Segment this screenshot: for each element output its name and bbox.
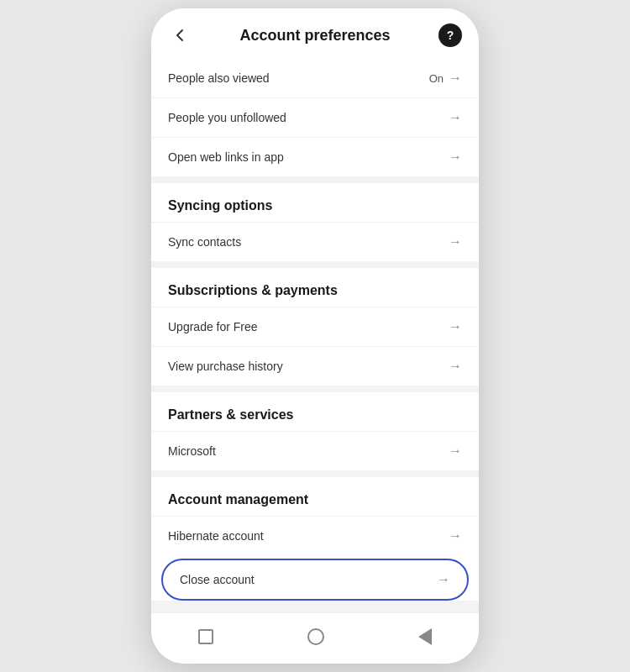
section-account-management: Account management Hibernate account → C…	[151, 477, 479, 601]
upgrade-free-label: Upgrade for Free	[168, 320, 258, 333]
hibernate-account-right: →	[449, 528, 462, 543]
phone-frame: Account preferences ? People also viewed…	[151, 8, 479, 664]
sync-contacts-right: →	[449, 234, 462, 249]
partners-services-header: Partners & services	[151, 392, 479, 431]
close-account-arrow: →	[437, 572, 450, 587]
scroll-content: People also viewed On → People you unfol…	[151, 59, 479, 612]
close-account-label: Close account	[180, 573, 255, 586]
header: Account preferences ?	[151, 8, 479, 59]
purchase-history-label: View purchase history	[168, 360, 283, 373]
open-web-links-arrow: →	[449, 150, 462, 165]
microsoft-arrow: →	[449, 444, 462, 459]
bottom-nav	[151, 612, 479, 664]
help-button[interactable]: ?	[438, 24, 462, 47]
close-account-right: →	[437, 572, 450, 587]
open-web-links-label: Open web links in app	[168, 150, 284, 164]
open-web-links-right: →	[449, 150, 462, 165]
section-syncing-options: Syncing options Sync contacts →	[151, 183, 479, 261]
people-also-viewed-right: On →	[429, 71, 462, 86]
hibernate-account-label: Hibernate account	[168, 529, 264, 543]
section-account-prefs: People also viewed On → People you unfol…	[151, 59, 479, 176]
subscriptions-header: Subscriptions & payments	[151, 268, 479, 307]
menu-item-people-also-viewed[interactable]: People also viewed On →	[151, 59, 479, 97]
circle-icon	[307, 628, 324, 645]
people-also-viewed-arrow: →	[449, 71, 462, 86]
menu-item-open-web-links[interactable]: Open web links in app →	[151, 137, 479, 176]
menu-item-people-unfollowed[interactable]: People you unfollowed →	[151, 97, 479, 137]
purchase-history-right: →	[449, 359, 462, 374]
people-unfollowed-label: People you unfollowed	[168, 111, 286, 124]
menu-item-upgrade-free[interactable]: Upgrade for Free →	[151, 307, 479, 346]
sync-contacts-label: Sync contacts	[168, 235, 241, 249]
upgrade-free-arrow: →	[449, 319, 462, 334]
microsoft-label: Microsoft	[168, 444, 216, 458]
people-unfollowed-right: →	[449, 110, 462, 125]
sync-contacts-arrow: →	[449, 234, 462, 249]
menu-item-microsoft[interactable]: Microsoft →	[151, 431, 479, 470]
menu-item-sync-contacts[interactable]: Sync contacts →	[151, 222, 479, 261]
upgrade-free-right: →	[449, 319, 462, 334]
microsoft-right: →	[449, 444, 462, 459]
people-also-viewed-label: People also viewed	[168, 71, 270, 85]
people-also-viewed-status: On	[429, 72, 444, 85]
syncing-options-header: Syncing options	[151, 183, 479, 222]
nav-circle-button[interactable]	[291, 623, 341, 650]
back-button[interactable]	[168, 24, 192, 47]
account-management-header: Account management	[151, 477, 479, 516]
back-icon	[171, 27, 188, 44]
section-subscriptions-payments: Subscriptions & payments Upgrade for Fre…	[151, 268, 479, 386]
menu-item-hibernate-account[interactable]: Hibernate account →	[151, 516, 479, 555]
page-title: Account preferences	[239, 27, 390, 45]
hibernate-account-arrow: →	[449, 528, 462, 543]
nav-back-button[interactable]	[402, 623, 449, 650]
people-unfollowed-arrow: →	[449, 110, 462, 125]
triangle-icon	[418, 628, 432, 645]
nav-square-button[interactable]	[181, 624, 230, 649]
menu-item-close-account[interactable]: Close account →	[161, 559, 469, 601]
square-icon	[198, 629, 213, 644]
help-icon: ?	[447, 29, 454, 42]
menu-item-purchase-history[interactable]: View purchase history →	[151, 346, 479, 386]
section-partners-services: Partners & services Microsoft →	[151, 392, 479, 470]
purchase-history-arrow: →	[449, 359, 462, 374]
